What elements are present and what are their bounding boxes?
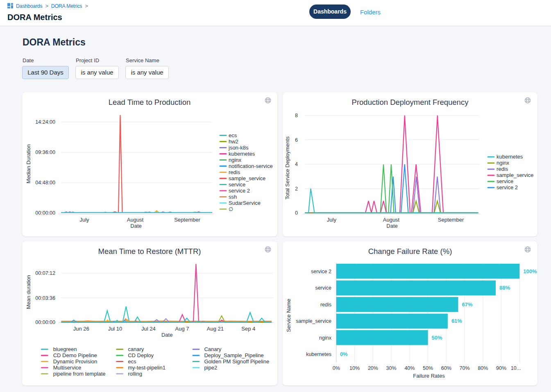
svg-text:Dynamic Provision: Dynamic Provision bbox=[53, 358, 98, 365]
svg-text:04:48:00: 04:48:00 bbox=[35, 180, 55, 186]
svg-text:00:07:12: 00:07:12 bbox=[35, 270, 55, 276]
svg-text:Service Name: Service Name bbox=[286, 299, 292, 332]
svg-text:60%: 60% bbox=[441, 365, 451, 371]
svg-text:Sep 4: Sep 4 bbox=[241, 326, 255, 332]
svg-text:Change Failure Rate (%): Change Failure Rate (%) bbox=[368, 247, 452, 256]
svg-text:ssh: ssh bbox=[229, 194, 237, 200]
svg-text:8: 8 bbox=[295, 113, 298, 118]
svg-text:Date: Date bbox=[386, 223, 397, 229]
svg-text:nginx: nginx bbox=[229, 157, 242, 163]
svg-text:pipe2: pipe2 bbox=[204, 365, 217, 371]
svg-text:my-test-pipelin1: my-test-pipelin1 bbox=[128, 365, 166, 371]
svg-text:Jun 26: Jun 26 bbox=[73, 326, 89, 332]
svg-text:kubernetes: kubernetes bbox=[497, 154, 523, 160]
svg-text:50%: 50% bbox=[423, 365, 433, 371]
svg-text:pipeline from template: pipeline from template bbox=[53, 371, 106, 377]
svg-text:88%: 88% bbox=[499, 285, 510, 291]
svg-text:Date: Date bbox=[130, 223, 141, 229]
svg-text:service: service bbox=[315, 285, 331, 291]
svg-text:service 2: service 2 bbox=[229, 188, 250, 194]
svg-text:service: service bbox=[497, 178, 513, 184]
svg-text:Mean duration: Mean duration bbox=[25, 275, 32, 309]
svg-text:nginx: nginx bbox=[497, 160, 510, 166]
svg-text:August: August bbox=[127, 217, 144, 223]
svg-text:September: September bbox=[438, 217, 464, 223]
svg-text:00:00:00: 00:00:00 bbox=[35, 319, 55, 325]
svg-text:2: 2 bbox=[295, 186, 298, 192]
svg-text:sample_service: sample_service bbox=[497, 172, 533, 178]
svg-text:67%: 67% bbox=[462, 301, 472, 308]
svg-text:CD Demo Pipeline: CD Demo Pipeline bbox=[53, 352, 97, 358]
svg-text:Aug 21: Aug 21 bbox=[207, 326, 224, 332]
svg-text:Deploy_Sample_Pipeline: Deploy_Sample_Pipeline bbox=[204, 352, 263, 358]
svg-text:00:03:36: 00:03:36 bbox=[35, 295, 55, 301]
svg-text:Median Duration: Median Duration bbox=[25, 144, 32, 183]
svg-text:09:36:00: 09:36:00 bbox=[35, 150, 55, 155]
svg-text:Total Service Deployments: Total Service Deployments bbox=[284, 136, 290, 199]
svg-text:Jul 10: Jul 10 bbox=[108, 326, 122, 332]
svg-text:kubernetes: kubernetes bbox=[229, 151, 255, 157]
svg-text:September: September bbox=[174, 217, 200, 223]
svg-text:Aug 7: Aug 7 bbox=[175, 326, 189, 332]
svg-text:ecs: ecs bbox=[229, 132, 237, 138]
svg-text:sample_service: sample_service bbox=[296, 318, 331, 324]
svg-text:10%: 10% bbox=[349, 365, 360, 371]
svg-text:August: August bbox=[383, 217, 400, 223]
svg-text:6: 6 bbox=[295, 137, 298, 143]
svg-text:Canary: Canary bbox=[204, 346, 221, 352]
svg-text:SudarService: SudarService bbox=[229, 200, 261, 206]
svg-text:50%: 50% bbox=[432, 335, 442, 341]
svg-text:canary: canary bbox=[128, 346, 144, 352]
svg-text:Golden PM Signoff Pipeline: Golden PM Signoff Pipeline bbox=[204, 358, 269, 365]
svg-text:00:00:00: 00:00:00 bbox=[35, 210, 55, 216]
svg-text:0%: 0% bbox=[340, 351, 348, 357]
svg-text:40%: 40% bbox=[404, 365, 415, 371]
svg-text:service 2: service 2 bbox=[497, 184, 518, 190]
svg-text:bluegreen: bluegreen bbox=[53, 346, 77, 352]
svg-text:service: service bbox=[229, 181, 245, 188]
svg-text:Lead Time to Production: Lead Time to Production bbox=[109, 98, 191, 106]
svg-text:20%: 20% bbox=[368, 365, 378, 371]
svg-text:July: July bbox=[79, 217, 89, 223]
svg-text:rolling: rolling bbox=[128, 371, 142, 377]
svg-text:14:24:00: 14:24:00 bbox=[35, 119, 55, 125]
svg-text:json-k8s: json-k8s bbox=[228, 145, 249, 151]
svg-text:nginx: nginx bbox=[319, 335, 332, 341]
svg-text:80%: 80% bbox=[478, 365, 488, 371]
svg-text:Date: Date bbox=[161, 332, 172, 338]
svg-text:61%: 61% bbox=[451, 318, 462, 324]
svg-text:ecs: ecs bbox=[128, 358, 136, 365]
svg-text:Production Deployment Frequenc: Production Deployment Frequency bbox=[352, 98, 469, 106]
svg-text:Failure Rates: Failure Rates bbox=[413, 373, 445, 379]
svg-text:July: July bbox=[327, 217, 337, 223]
svg-text:Jul 24: Jul 24 bbox=[141, 326, 156, 332]
svg-text:∅: ∅ bbox=[229, 206, 233, 212]
svg-text:Mean Time to Restore (MTTR): Mean Time to Restore (MTTR) bbox=[98, 247, 201, 256]
svg-text:redis: redis bbox=[497, 166, 508, 172]
svg-text:4: 4 bbox=[295, 161, 298, 167]
svg-text:30%: 30% bbox=[386, 365, 397, 371]
svg-text:70%: 70% bbox=[460, 365, 470, 371]
svg-text:CD Deploy: CD Deploy bbox=[128, 352, 154, 358]
svg-text:redis: redis bbox=[229, 169, 240, 175]
svg-text:service 2: service 2 bbox=[311, 269, 331, 274]
svg-text:100%: 100% bbox=[523, 268, 537, 274]
svg-text:notification-service: notification-service bbox=[229, 163, 273, 169]
svg-text:90%: 90% bbox=[496, 365, 506, 371]
svg-text:Multiservice: Multiservice bbox=[53, 365, 82, 371]
svg-text:kubernetes: kubernetes bbox=[306, 351, 331, 357]
svg-text:0%: 0% bbox=[333, 365, 340, 371]
svg-text:sample_service: sample_service bbox=[229, 175, 265, 181]
svg-text:10...: 10... bbox=[511, 365, 521, 371]
svg-text:0: 0 bbox=[295, 210, 298, 216]
svg-text:redis: redis bbox=[320, 302, 331, 308]
svg-text:hw2: hw2 bbox=[229, 138, 238, 145]
